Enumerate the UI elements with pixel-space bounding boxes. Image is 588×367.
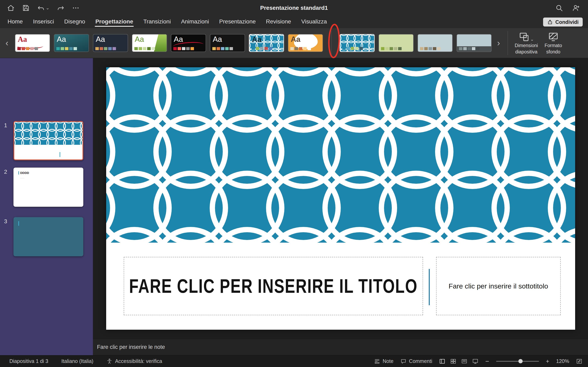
slide-pattern-graphic: [106, 67, 575, 243]
palette-swatch: [225, 47, 229, 50]
theme-thumbnail-black[interactable]: Aa: [210, 34, 245, 52]
slide-size-button[interactable]: ⌄ Dimensioni diapositiva: [513, 31, 540, 55]
slide2-body-snippet: ·····: [20, 177, 25, 179]
palette-swatch: [359, 47, 363, 50]
variant-thumbnail-sand[interactable]: [417, 34, 453, 52]
palette-swatch: [139, 47, 142, 50]
gallery-scroll-left-icon[interactable]: ‹: [3, 39, 11, 47]
palette-swatch: [355, 47, 359, 50]
theme-preview-letters: Aa: [96, 35, 105, 44]
palette-swatch: [221, 47, 224, 50]
title-placeholder[interactable]: FARE CLIC PER INSERIRE IL TITOLO: [124, 257, 423, 315]
account-icon[interactable]: [572, 4, 580, 12]
palette-swatch: [95, 47, 99, 50]
tab-home[interactable]: Home: [2, 16, 28, 28]
slide2-title-snippet: DDDD: [18, 171, 29, 175]
theme-preview-letters: Aa: [252, 35, 261, 44]
subtitle-placeholder[interactable]: Fare clic per inserire il sottotitolo: [436, 257, 561, 315]
palette-swatch: [424, 47, 428, 50]
ribbon-tab-bar: Home Inserisci Disegno Progettazione Tra…: [0, 16, 588, 28]
theme-thumbnail-red[interactable]: Aa: [15, 34, 50, 52]
zoom-slider[interactable]: [496, 361, 539, 362]
tab-visualizza[interactable]: Visualizza: [296, 16, 332, 28]
save-icon[interactable]: [22, 4, 30, 12]
tab-animazioni[interactable]: Animazioni: [176, 16, 214, 28]
palette-swatch: [260, 47, 264, 50]
theme-thumbnail-black-red[interactable]: Aa: [171, 34, 206, 52]
palette-swatch: [73, 47, 77, 50]
view-sorter-icon[interactable]: [450, 358, 456, 364]
slide1-pattern-preview: [14, 122, 82, 145]
theme-thumbnail-green[interactable]: Aa: [132, 34, 167, 52]
palette-swatch: [190, 47, 194, 50]
design-ribbon: ‹ Aa Aa Aa Aa Aa Aa: [0, 28, 588, 58]
variant-palette: [381, 47, 402, 50]
zoom-in-button[interactable]: +: [546, 358, 549, 364]
view-reading-icon[interactable]: [461, 358, 467, 364]
notes-toggle[interactable]: Note: [374, 358, 393, 364]
theme-decor: [154, 34, 167, 52]
theme-thumbnail-teal-gradient[interactable]: Aa: [54, 34, 89, 52]
format-background-icon: [548, 31, 559, 42]
comments-toggle[interactable]: Commenti: [400, 358, 432, 364]
chevron-down-icon[interactable]: ⌄: [46, 5, 49, 11]
theme-palette: [134, 47, 155, 50]
slide-thumbnail-1-selected[interactable]: [13, 121, 83, 160]
palette-swatch: [472, 47, 475, 50]
theme-thumbnail-circles-selected[interactable]: Aa: [249, 34, 284, 52]
slide-thumbnails-panel: 1 2 DDDD ····· 3: [0, 58, 93, 355]
palette-swatch: [108, 47, 112, 50]
slide-thumbnail-3[interactable]: [13, 217, 83, 256]
document-title: Presentazione standard1: [260, 5, 328, 11]
search-icon[interactable]: [555, 4, 563, 12]
tab-transizioni[interactable]: Transizioni: [138, 16, 176, 28]
variant-palette: [459, 47, 480, 50]
tab-disegno[interactable]: Disegno: [59, 16, 90, 28]
palette-swatch: [22, 47, 25, 50]
more-commands-icon[interactable]: [72, 4, 80, 12]
theme-preview-letters: Aa: [213, 35, 222, 44]
undo-button[interactable]: ⌄: [37, 4, 49, 12]
theme-palette: [251, 47, 272, 50]
palette-swatch: [381, 47, 384, 50]
zoom-level[interactable]: 120%: [556, 358, 569, 364]
accessibility-checker[interactable]: Accessibilità: verifica: [106, 358, 162, 364]
palette-swatch: [429, 47, 432, 50]
slide-thumbnail-2[interactable]: DDDD ·····: [13, 167, 83, 207]
gallery-scroll-right-icon[interactable]: ›: [494, 39, 503, 47]
theme-preview-letters: Aa: [174, 35, 183, 44]
variant-thumbnail-teal-selected[interactable]: [339, 34, 375, 52]
home-icon[interactable]: [7, 4, 15, 12]
palette-swatch: [186, 47, 190, 50]
view-slideshow-icon[interactable]: [472, 358, 478, 364]
language-selector[interactable]: Italiano (Italia): [61, 358, 93, 364]
palette-swatch: [342, 47, 346, 50]
palette-swatch: [389, 47, 393, 50]
current-slide[interactable]: FARE CLIC PER INSERIRE IL TITOLO Fare cl…: [106, 67, 575, 330]
tab-revisione[interactable]: Revisione: [261, 16, 296, 28]
theme-palette: [212, 47, 233, 50]
palette-swatch: [346, 47, 350, 50]
zoom-slider-knob[interactable]: [518, 359, 523, 363]
theme-thumbnail-orange[interactable]: Aa: [288, 34, 323, 52]
format-background-button[interactable]: Formato sfondo: [540, 31, 567, 55]
notes-pane[interactable]: Fare clic per inserire le note: [93, 339, 588, 355]
notes-placeholder-text: Fare clic per inserire le note: [97, 344, 165, 350]
palette-swatch: [295, 47, 298, 50]
titlebar: ⌄ Presentazione standard1: [0, 0, 588, 16]
variant-thumbnail-green[interactable]: [379, 34, 414, 52]
tab-inserisci[interactable]: Inserisci: [28, 16, 59, 28]
fit-to-window-icon[interactable]: [576, 358, 582, 364]
share-button[interactable]: Condividi: [543, 17, 583, 26]
palette-swatch: [65, 47, 68, 50]
palette-swatch: [433, 47, 436, 50]
tab-progettazione[interactable]: Progettazione: [90, 16, 138, 28]
palette-swatch: [217, 47, 220, 50]
palette-swatch: [459, 47, 462, 50]
tab-presentazione[interactable]: Presentazione: [214, 16, 261, 28]
theme-thumbnail-dark-navy[interactable]: Aa: [93, 34, 128, 52]
redo-button[interactable]: [57, 4, 65, 12]
zoom-out-button[interactable]: −: [485, 358, 489, 364]
view-normal-icon[interactable]: [439, 358, 445, 364]
variant-thumbnail-slate[interactable]: [457, 34, 492, 52]
